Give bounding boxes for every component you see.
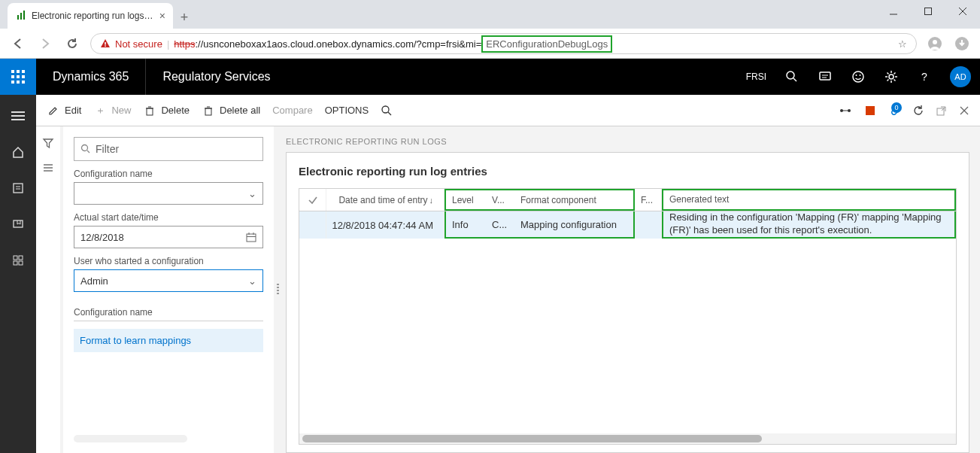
config-list-header: Configuration name: [74, 304, 263, 321]
cell-date: 12/8/2018 04:47:44 AM: [326, 211, 444, 239]
list-lines-icon[interactable]: [43, 163, 53, 173]
user-label: User who started a configuration: [74, 256, 263, 266]
svg-rect-45: [14, 261, 17, 265]
startdate-label: Actual start date/time: [74, 212, 263, 223]
close-icon[interactable]: ×: [159, 10, 165, 22]
options-button[interactable]: OPTIONS: [325, 105, 369, 116]
window-close[interactable]: [945, 0, 980, 23]
search-icon[interactable]: [775, 59, 809, 95]
horizontal-scrollbar[interactable]: [299, 433, 956, 444]
svg-line-36: [894, 73, 896, 74]
svg-point-28: [860, 74, 861, 76]
profile-icon[interactable]: [926, 35, 944, 53]
workspace-icon[interactable]: [3, 245, 33, 275]
svg-rect-43: [14, 256, 17, 260]
svg-line-22: [793, 78, 796, 81]
avatar[interactable]: AD: [950, 66, 971, 87]
browser-tab[interactable]: Electronic reporting run logs -- R ×: [8, 3, 173, 29]
toolbar-search-icon[interactable]: [381, 105, 393, 117]
new-button[interactable]: ＋New: [93, 104, 131, 117]
address-bar[interactable]: Not secure | https://usnconeboxax1aos.cl…: [90, 33, 917, 54]
header-v[interactable]: V...: [486, 189, 514, 211]
svg-rect-5: [20, 13, 22, 20]
hamburger-icon[interactable]: [3, 101, 33, 131]
refresh-icon[interactable]: [912, 105, 924, 117]
compare-button[interactable]: Compare: [272, 105, 312, 116]
url-text: https://usnconeboxax1aos.cloud.onebox.dy…: [174, 38, 612, 50]
header-f[interactable]: F...: [635, 189, 662, 211]
user-select[interactable]: Admin⌄: [74, 269, 263, 292]
pencil-icon: [47, 105, 60, 116]
help-icon[interactable]: ?: [908, 59, 941, 95]
reload-button[interactable]: [63, 35, 81, 53]
svg-rect-7: [105, 42, 106, 45]
bookmark-icon[interactable]: [3, 209, 33, 239]
svg-line-67: [87, 150, 90, 153]
grid: Date and time of entry↓ Level V... Forma…: [299, 188, 957, 445]
search-icon: [80, 144, 91, 154]
svg-rect-44: [19, 256, 23, 260]
download-icon[interactable]: [953, 35, 971, 53]
table-row[interactable]: 12/8/2018 04:47:44 AM Info C... Mapping …: [299, 211, 956, 239]
window-max[interactable]: [911, 0, 945, 23]
goto-icon[interactable]: [839, 105, 852, 116]
svg-rect-20: [22, 81, 25, 84]
config-list-item[interactable]: Format to learn mappings: [74, 329, 263, 352]
recent-icon[interactable]: [3, 173, 33, 203]
svg-rect-58: [866, 106, 875, 115]
header-date[interactable]: Date and time of entry↓: [326, 189, 444, 211]
warning-icon: [100, 38, 111, 49]
grid-header: Date and time of entry↓ Level V... Forma…: [299, 189, 956, 211]
svg-point-21: [787, 71, 794, 79]
svg-rect-16: [17, 75, 20, 78]
splitter[interactable]: [274, 126, 281, 453]
forward-button[interactable]: [36, 35, 54, 53]
filter-funnel-icon[interactable]: [42, 137, 54, 149]
svg-line-37: [887, 80, 889, 81]
back-button[interactable]: [9, 35, 27, 53]
delete-all-button[interactable]: Delete all: [202, 105, 260, 116]
svg-line-54: [388, 112, 391, 115]
brand-label[interactable]: Dynamics 365: [36, 59, 146, 95]
startdate-input[interactable]: 12/8/2018: [74, 226, 263, 248]
config-name-select[interactable]: ⌄: [74, 182, 263, 205]
favicon-icon: [15, 10, 27, 22]
office-icon[interactable]: [864, 105, 876, 117]
plus-icon: ＋: [93, 104, 107, 117]
header-text[interactable]: Generated text: [662, 189, 956, 211]
attach-icon[interactable]: 0: [888, 104, 900, 117]
svg-rect-17: [22, 75, 25, 78]
module-label[interactable]: Regulatory Services: [146, 59, 287, 95]
tab-title: Electronic reporting run logs -- R: [32, 11, 155, 21]
trash-icon: [143, 105, 156, 116]
close-icon[interactable]: [959, 105, 969, 116]
svg-text:?: ?: [921, 71, 927, 83]
smile-icon[interactable]: [842, 59, 875, 95]
row-check[interactable]: [299, 211, 326, 239]
header-level[interactable]: Level: [444, 189, 486, 211]
config-name-label: Configuration name: [74, 169, 263, 179]
svg-point-27: [856, 74, 857, 76]
chat-icon[interactable]: [809, 59, 842, 95]
svg-rect-39: [14, 184, 23, 193]
svg-rect-19: [17, 81, 20, 84]
svg-rect-18: [11, 81, 14, 84]
svg-rect-1: [925, 8, 932, 15]
home-icon[interactable]: [3, 137, 33, 167]
header-check[interactable]: [299, 189, 326, 211]
edit-button[interactable]: Edit: [47, 105, 81, 116]
company-label: FRSI: [737, 71, 775, 82]
scrollbar[interactable]: [74, 435, 187, 442]
header-format[interactable]: Format component: [514, 189, 635, 211]
popout-icon[interactable]: [936, 105, 947, 116]
svg-line-34: [887, 73, 889, 74]
svg-rect-47: [147, 108, 153, 115]
delete-button[interactable]: Delete: [143, 105, 190, 116]
new-tab-button[interactable]: +: [173, 6, 196, 29]
star-icon[interactable]: ☆: [898, 38, 907, 50]
waffle-icon[interactable]: [0, 59, 36, 95]
svg-rect-46: [19, 261, 23, 265]
window-min[interactable]: [876, 0, 911, 23]
gear-icon[interactable]: [875, 59, 908, 95]
filter-input[interactable]: Filter: [74, 137, 263, 161]
